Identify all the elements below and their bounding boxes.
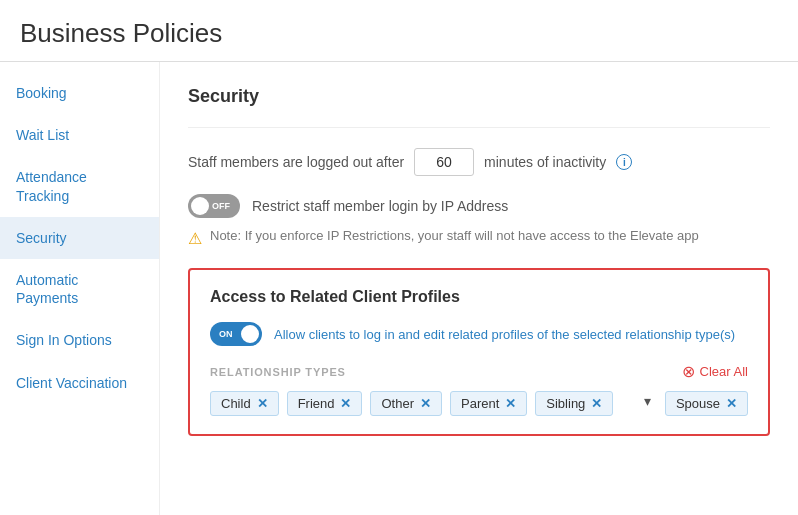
tag-sibling-label: Sibling <box>546 396 585 411</box>
tag-parent: Parent ✕ <box>450 391 527 416</box>
tag-parent-label: Parent <box>461 396 499 411</box>
toggle-off-label: OFF <box>212 201 230 211</box>
restrict-toggle[interactable]: OFF <box>188 194 240 218</box>
sidebar-item-booking[interactable]: Booking <box>0 72 159 114</box>
info-icon[interactable]: i <box>616 154 632 170</box>
tag-friend-close[interactable]: ✕ <box>340 396 351 411</box>
logout-suffix: minutes of inactivity <box>484 154 606 170</box>
tag-parent-close[interactable]: ✕ <box>505 396 516 411</box>
access-box: Access to Related Client Profiles ON All… <box>188 268 770 436</box>
sidebar-item-client-vaccination[interactable]: Client Vaccination <box>0 362 159 404</box>
note-row: ⚠ Note: If you enforce IP Restrictions, … <box>188 228 770 248</box>
access-row: ON Allow clients to log in and edit rela… <box>210 322 748 346</box>
access-desc: Allow clients to log in and edit related… <box>274 327 735 342</box>
toggle-on-knob <box>241 325 259 343</box>
restrict-toggle-row: OFF Restrict staff member login by IP Ad… <box>188 194 770 218</box>
relationship-header: RELATIONSHIP TYPES ⊗ Clear All <box>210 362 748 381</box>
main-content: Security Staff members are logged out af… <box>160 62 798 515</box>
tag-child-close[interactable]: ✕ <box>257 396 268 411</box>
tag-other: Other ✕ <box>370 391 442 416</box>
tag-sibling-close[interactable]: ✕ <box>591 396 602 411</box>
tag-friend-label: Friend <box>298 396 335 411</box>
section-title: Security <box>188 86 770 107</box>
dropdown-arrow-icon[interactable]: ▾ <box>638 391 657 416</box>
tag-other-label: Other <box>381 396 414 411</box>
toggle-on-label: ON <box>219 329 233 339</box>
note-text: Note: If you enforce IP Restrictions, yo… <box>210 228 699 243</box>
access-title: Access to Related Client Profiles <box>210 288 748 306</box>
divider <box>188 127 770 128</box>
tags-container: Child ✕ Friend ✕ Other ✕ Parent ✕ <box>210 391 748 416</box>
clear-all-button[interactable]: ⊗ Clear All <box>682 362 748 381</box>
page-title: Business Policies <box>0 0 798 62</box>
warning-icon: ⚠ <box>188 229 202 248</box>
sidebar-item-attendance-tracking[interactable]: Attendance Tracking <box>0 156 159 216</box>
tag-friend: Friend ✕ <box>287 391 363 416</box>
tags-row: Child ✕ Friend ✕ Other ✕ Parent ✕ <box>210 391 748 416</box>
sidebar-item-sign-in-options[interactable]: Sign In Options <box>0 319 159 361</box>
tag-child: Child ✕ <box>210 391 279 416</box>
logout-minutes-input[interactable] <box>414 148 474 176</box>
tag-child-label: Child <box>221 396 251 411</box>
sidebar-item-automatic-payments[interactable]: Automatic Payments <box>0 259 159 319</box>
tag-sibling: Sibling ✕ <box>535 391 613 416</box>
tag-other-close[interactable]: ✕ <box>420 396 431 411</box>
clear-icon: ⊗ <box>682 362 695 381</box>
clear-all-label: Clear All <box>700 364 748 379</box>
rel-types-label: RELATIONSHIP TYPES <box>210 366 346 378</box>
tag-spouse-close[interactable]: ✕ <box>726 396 737 411</box>
access-desc-highlight: relationship type(s) <box>625 327 735 342</box>
access-toggle[interactable]: ON <box>210 322 262 346</box>
restrict-label: Restrict staff member login by IP Addres… <box>252 198 508 214</box>
sidebar: Booking Wait List Attendance Tracking Se… <box>0 62 160 515</box>
logout-label: Staff members are logged out after <box>188 154 404 170</box>
sidebar-item-security[interactable]: Security <box>0 217 159 259</box>
tag-spouse: Spouse ✕ <box>665 391 748 416</box>
toggle-knob <box>191 197 209 215</box>
sidebar-item-wait-list[interactable]: Wait List <box>0 114 159 156</box>
tag-spouse-label: Spouse <box>676 396 720 411</box>
logout-row: Staff members are logged out after minut… <box>188 148 770 176</box>
